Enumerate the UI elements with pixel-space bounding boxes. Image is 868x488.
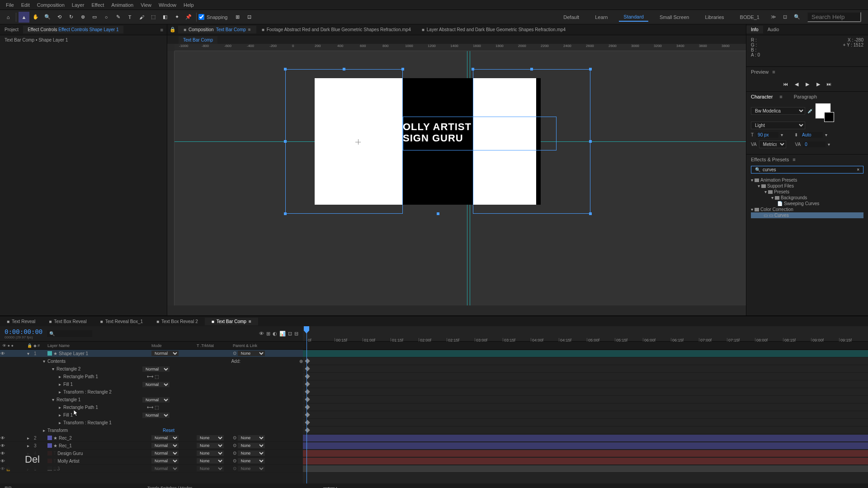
tl-tab-text-box-reveal[interactable]: ■ Text Box Reveal xyxy=(42,318,93,325)
tl-draft3d-icon[interactable]: ⊡ xyxy=(288,331,292,337)
prop-transform-rect2[interactable]: ▸Transform : Rectangle 2 xyxy=(0,388,303,396)
sync-icon[interactable]: ⊡ xyxy=(783,14,787,20)
selection-handle[interactable] xyxy=(437,212,439,215)
fill-color-swatch[interactable] xyxy=(815,103,831,119)
tl-tab-text-reveal-box1[interactable]: ■ Text Reveal Box_1 xyxy=(94,318,150,325)
comp-tab-main[interactable]: ■ Composition Text Bar Comp ≡ xyxy=(178,26,256,33)
selection-handle[interactable] xyxy=(401,68,404,70)
tree-color-correction[interactable]: ▾ Color Correction xyxy=(751,206,863,212)
last-frame-icon[interactable]: ⏭ xyxy=(826,80,833,88)
selection-handle[interactable] xyxy=(284,212,287,215)
tree-animation-presets[interactable]: ▾ Animation Presets xyxy=(751,177,863,183)
selection-handle[interactable] xyxy=(343,68,345,70)
effects-menu-icon[interactable]: ≡ xyxy=(793,157,795,162)
paragraph-tab[interactable]: Paragraph xyxy=(794,94,817,99)
prop-transform[interactable]: ▸TransformReset xyxy=(0,427,303,434)
zoom-in-icon[interactable]: ▲ xyxy=(335,486,339,488)
clone-tool-icon[interactable]: ⬚ xyxy=(148,12,159,23)
prop-fill-1a[interactable]: ▸Fill 1Normal xyxy=(0,380,303,388)
selection-handle[interactable] xyxy=(530,68,533,70)
comp-breadcrumb[interactable]: Text Bar Comp xyxy=(179,36,217,44)
menu-help[interactable]: Help xyxy=(180,2,198,8)
prop-rectangle-2[interactable]: ▾Rectangle 2Normal xyxy=(0,365,303,373)
character-tab[interactable]: Character xyxy=(751,94,773,99)
footage-tab[interactable]: ■ Footage Abstract Red and Dark Blue Geo… xyxy=(256,26,416,33)
tracks-column[interactable] xyxy=(303,342,868,483)
font-size-input[interactable] xyxy=(756,132,778,138)
workspace-custom[interactable]: BODE_1 xyxy=(736,13,764,21)
snap-opt-icon[interactable]: ⊞ xyxy=(232,12,243,23)
selection-handle[interactable] xyxy=(284,140,287,143)
header-mode[interactable]: Mode xyxy=(151,343,197,348)
prop-rect-path-1b[interactable]: ▸Rectangle Path 1⟷ ⬚ xyxy=(0,404,303,411)
font-style-dropdown[interactable]: Light xyxy=(751,122,805,129)
home-icon[interactable]: ⌂ xyxy=(3,12,14,23)
play-icon[interactable]: ▶ xyxy=(804,80,811,88)
workspace-small[interactable]: Small Screen xyxy=(655,13,693,21)
prev-frame-icon[interactable]: ◀ xyxy=(793,80,800,88)
prop-rectangle-1[interactable]: ▾Rectangle 1Normal xyxy=(0,396,303,404)
menu-layer[interactable]: Layer xyxy=(68,2,88,8)
effect-controls-tab[interactable]: Effect Controls Effect Controls Shape La… xyxy=(23,26,123,33)
anchor-tool-icon[interactable]: ⊕ xyxy=(77,12,88,23)
tracking-input[interactable] xyxy=(803,141,826,147)
timeline-search[interactable] xyxy=(47,330,92,337)
info-tab[interactable]: Info xyxy=(746,26,763,33)
rotate-tool-icon[interactable]: ↻ xyxy=(66,12,76,23)
menu-effect[interactable]: Effect xyxy=(88,2,108,8)
project-tab[interactable]: Project xyxy=(0,26,23,33)
clear-search-icon[interactable]: × xyxy=(857,167,859,172)
eyedropper-icon[interactable]: 💉 xyxy=(807,108,813,113)
tree-curves-effect[interactable]: ▭ ▭ Curves xyxy=(751,212,863,218)
puppet-tool-icon[interactable]: 📌 xyxy=(183,12,194,23)
menu-composition[interactable]: Composition xyxy=(33,2,68,8)
header-trkmat[interactable]: T .TrkMat xyxy=(197,343,233,348)
eraser-tool-icon[interactable]: ◧ xyxy=(160,12,170,23)
header-lock[interactable]: 🔒 ◆ # xyxy=(27,343,47,348)
workspace-menu-icon[interactable]: ≫ xyxy=(771,14,776,20)
tab-lock-icon[interactable]: 🔒 xyxy=(167,27,178,33)
toggle-switches-button[interactable]: Toggle Switches / Modes xyxy=(147,486,193,488)
header-visibility[interactable]: 👁 ● ● xyxy=(0,343,27,348)
header-layer-name[interactable]: Layer Name xyxy=(47,343,151,348)
search-help-input[interactable] xyxy=(807,12,861,22)
next-frame-icon[interactable]: ▶ xyxy=(815,80,822,88)
selection-handle[interactable] xyxy=(589,68,592,70)
tl-footer-icon2[interactable]: ⊟ xyxy=(8,486,12,488)
orbit-tool-icon[interactable]: ⟲ xyxy=(54,12,65,23)
workspace-libraries[interactable]: Libraries xyxy=(700,13,728,21)
time-ruler[interactable]: 0f 00:15f 01:00f 01:15f 02:00f 02:15f 03… xyxy=(303,326,868,342)
snapping-checkbox[interactable] xyxy=(198,14,204,20)
selection-tool-icon[interactable]: ▲ xyxy=(19,12,29,23)
tl-motion-blur-icon[interactable]: ◐ xyxy=(273,331,277,337)
snap-opt2-icon[interactable]: ⊡ xyxy=(244,12,255,23)
anchor-point[interactable] xyxy=(355,139,361,145)
ellipse-tool-icon[interactable]: ○ xyxy=(101,12,112,23)
menu-file[interactable]: File xyxy=(2,2,18,8)
tl-frame-blend-icon[interactable]: ⊞ xyxy=(266,331,270,337)
workspace-default[interactable]: Default xyxy=(559,13,584,21)
rect-tool-icon[interactable]: ▭ xyxy=(89,12,100,23)
tl-tab-text-box-reveal2[interactable]: ■ Text Box Reveal 2 xyxy=(150,318,205,325)
tree-support-files[interactable]: ▾ Support Files xyxy=(751,183,863,189)
tl-footer-icon1[interactable]: ⊞ xyxy=(5,486,8,488)
composition-viewport[interactable]: -1000-800-600-400-2000200400600800100012… xyxy=(167,44,746,315)
tl-shy-icon[interactable]: 👁 xyxy=(259,331,264,337)
prop-fill-1b[interactable]: ▸Fill 1Normal xyxy=(0,411,303,419)
type-tool-icon[interactable]: T xyxy=(124,12,135,23)
selection-handle[interactable] xyxy=(284,68,287,70)
tl-collapse-icon[interactable]: ⊟ xyxy=(294,331,298,337)
header-parent[interactable]: Parent & Link xyxy=(233,343,278,348)
current-timecode[interactable]: 0:00:00:00 xyxy=(5,328,42,335)
tl-tab-text-bar-comp[interactable]: ■ Text Bar Comp ≡ xyxy=(205,318,258,325)
tl-tab-text-reveal[interactable]: ■ Text Reveal xyxy=(0,318,42,325)
prop-transform-rect1[interactable]: ▸Transform : Rectangle 1 xyxy=(0,419,303,427)
menu-window[interactable]: Window xyxy=(155,2,180,8)
menu-view[interactable]: View xyxy=(137,2,155,8)
prop-rect-path-1a[interactable]: ▸Rectangle Path 1⟷ ⬚ xyxy=(0,373,303,380)
layer-rec-1[interactable]: 👁▸3 ★ Rec_1 Normal None ⊙ None xyxy=(0,442,303,450)
playhead[interactable] xyxy=(307,326,307,342)
layer-rec-2[interactable]: 👁▸2 ★ Rec_2 Normal None ⊙ None xyxy=(0,434,303,442)
zoom-tool-icon[interactable]: 🔍 xyxy=(42,12,53,23)
selection-handle[interactable] xyxy=(589,212,592,215)
